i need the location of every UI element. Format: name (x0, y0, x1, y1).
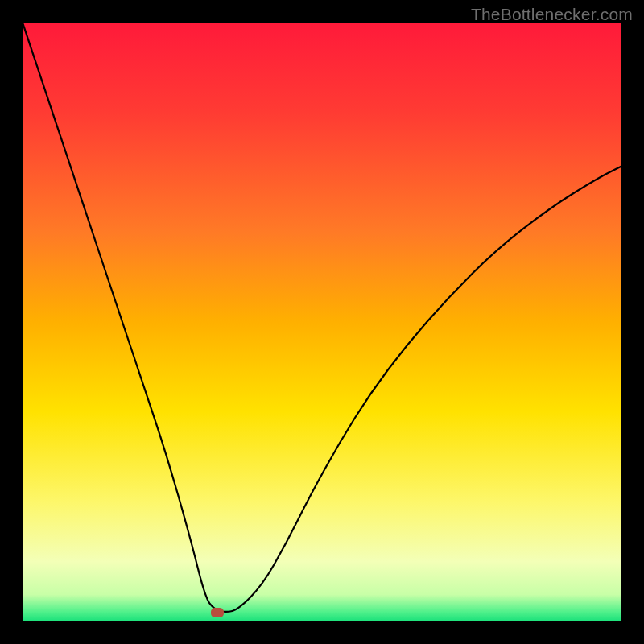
chart-gradient-background (23, 23, 621, 621)
chart-viewport: TheBottlenecker.com (0, 0, 644, 644)
watermark-text: TheBottlenecker.com (471, 5, 633, 24)
